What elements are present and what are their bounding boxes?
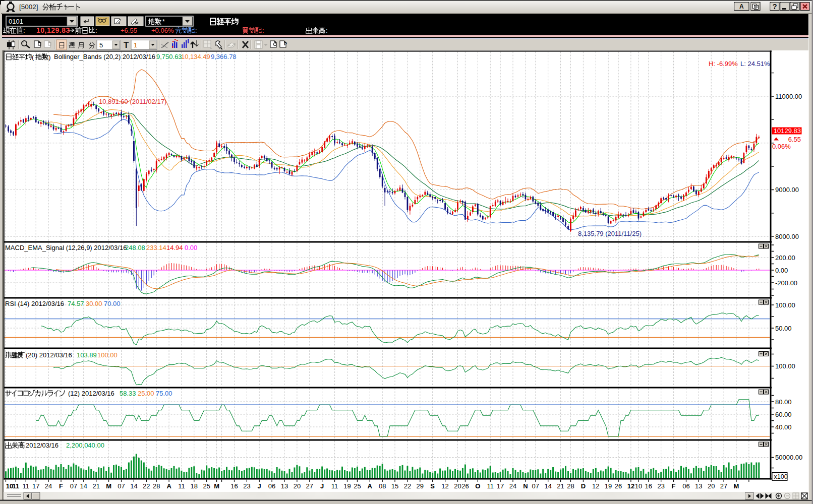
svg-text:200.00: 200.00 (775, 254, 795, 262)
svg-text::: : (262, 27, 264, 34)
svg-text:MACD_EMA_Signal (12,26,9) 2012: MACD_EMA_Signal (12,26,9) 2012/03/16 (5, 244, 127, 251)
svg-text:12: 12 (441, 482, 448, 490)
svg-text:M: M (734, 482, 739, 490)
svg-text:40.00: 40.00 (775, 423, 792, 431)
svg-text:9000.00: 9000.00 (775, 186, 799, 194)
svg-text:08: 08 (379, 482, 386, 490)
svg-text:11000.00: 11000.00 (775, 93, 802, 100)
svg-text:15: 15 (391, 482, 398, 490)
svg-text:10,134.49: 10,134.49 (181, 53, 210, 60)
svg-text:17: 17 (32, 482, 39, 490)
svg-text:M: M (106, 482, 111, 490)
svg-text:11: 11 (178, 482, 185, 490)
svg-text:T: T (124, 40, 129, 50)
svg-text:70.00: 70.00 (104, 300, 121, 307)
svg-text:0101: 0101 (9, 18, 23, 25)
svg-text:RSI (14) 2012/03/16: RSI (14) 2012/03/16 (5, 300, 64, 307)
svg-text:50000.00: 50000.00 (775, 454, 802, 461)
svg-text::: : (326, 27, 328, 34)
svg-text:25: 25 (203, 482, 210, 490)
svg-text:11: 11 (331, 482, 338, 490)
svg-text:100.00: 100.00 (775, 301, 795, 309)
svg-text:80.00: 80.00 (775, 398, 792, 406)
svg-text:N: N (523, 482, 528, 490)
svg-text:100.00: 100.00 (97, 351, 118, 359)
svg-text:+6.55: +6.55 (121, 27, 137, 34)
svg-text:F: F (59, 482, 63, 490)
svg-text:24: 24 (45, 482, 52, 490)
svg-text:(: ( (32, 53, 34, 61)
svg-text:22: 22 (404, 482, 411, 490)
svg-text:14.94: 14.94 (166, 244, 183, 251)
svg-text:58.33: 58.33 (120, 390, 136, 397)
svg-text:10,129.83: 10,129.83 (36, 26, 70, 34)
svg-text:06: 06 (268, 482, 275, 490)
svg-text:9,750.63: 9,750.63 (156, 53, 182, 60)
svg-text:11: 11 (13, 482, 20, 490)
svg-text:F: F (672, 482, 676, 490)
svg-text:30.00: 30.00 (86, 300, 102, 307)
svg-text:21: 21 (92, 482, 99, 490)
svg-text:13: 13 (281, 482, 288, 490)
svg-text:14: 14 (130, 482, 137, 490)
svg-text:26: 26 (615, 482, 622, 490)
svg-text:A: A (368, 482, 373, 490)
svg-text:23: 23 (657, 482, 664, 490)
svg-text:14: 14 (80, 482, 87, 490)
svg-text:2012/03/16: 2012/03/16 (26, 442, 59, 449)
svg-text:20: 20 (708, 482, 715, 490)
svg-text:20: 20 (294, 482, 301, 490)
svg-text:25.00: 25.00 (138, 390, 154, 397)
svg-text:A: A (166, 482, 171, 490)
svg-text:M: M (214, 482, 219, 490)
svg-text:07: 07 (532, 482, 539, 490)
svg-text:S: S (430, 482, 435, 490)
svg-text:J: J (320, 482, 324, 490)
svg-text:248.08: 248.08 (125, 244, 145, 251)
svg-text:(20) 2012/03/16: (20) 2012/03/16 (26, 351, 72, 359)
svg-text:19: 19 (343, 482, 351, 490)
svg-text:20: 20 (454, 482, 461, 490)
svg-text::: : (95, 27, 97, 34)
svg-text:J: J (258, 482, 261, 490)
svg-text:75.00: 75.00 (156, 390, 172, 397)
svg-text:233.14: 233.14 (146, 244, 166, 251)
svg-text:A: A (739, 3, 744, 10)
svg-text:23: 23 (243, 482, 250, 490)
svg-text:25: 25 (354, 482, 361, 490)
svg-text:29: 29 (417, 482, 424, 490)
svg-text:10129.83: 10129.83 (774, 127, 801, 135)
svg-text:27: 27 (306, 482, 313, 490)
svg-text:74.57: 74.57 (68, 300, 84, 307)
svg-text:0.00: 0.00 (185, 244, 197, 251)
svg-text:2,200,040.00: 2,200,040.00 (66, 442, 104, 449)
svg-text:10: 10 (635, 482, 642, 490)
svg-text:x100: x100 (774, 473, 788, 480)
svg-text:*: * (162, 18, 165, 25)
svg-text:13: 13 (695, 482, 702, 490)
svg-text:-200.00: -200.00 (775, 279, 797, 287)
svg-text:11: 11 (487, 482, 494, 490)
svg-text:12: 12 (592, 482, 599, 490)
svg-text:5: 5 (99, 41, 103, 49)
svg-text:8000.00: 8000.00 (775, 233, 799, 240)
svg-text:50.00: 50.00 (775, 325, 792, 332)
svg-text:16: 16 (230, 482, 238, 490)
svg-text:27: 27 (720, 482, 727, 490)
svg-text::: : (23, 27, 25, 34)
svg-text:10,891.60 (2011/02/17): 10,891.60 (2011/02/17) (99, 98, 166, 105)
svg-text:12: 12 (627, 482, 634, 490)
svg-text:O: O (475, 482, 480, 490)
svg-text:60.00: 60.00 (775, 411, 792, 418)
svg-text:18: 18 (191, 482, 198, 490)
svg-text:16: 16 (645, 482, 652, 490)
svg-text:0.06%: 0.06% (772, 143, 791, 150)
svg-text:0.00: 0.00 (775, 267, 788, 274)
svg-text:103.89: 103.89 (77, 351, 97, 359)
svg-text:24: 24 (509, 482, 516, 490)
svg-text:19: 19 (605, 482, 612, 490)
svg-text:21: 21 (557, 482, 564, 490)
svg-text:P: P (284, 41, 287, 46)
svg-text:+0.06%: +0.06% (151, 27, 174, 34)
svg-text:11: 11 (23, 482, 30, 490)
